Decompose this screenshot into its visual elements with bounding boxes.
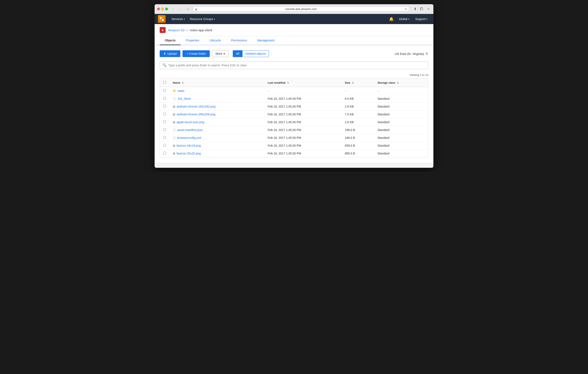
row-checkbox[interactable]: [163, 152, 166, 154]
aws-logo[interactable]: [158, 15, 166, 23]
aws-logo-icon: [159, 17, 164, 21]
region-info: US East (N. Virginia) ↻: [395, 52, 428, 56]
tab-properties[interactable]: Properties: [181, 36, 204, 45]
table-row: 🖼favicon-16x16.png Feb 16, 2017 1:45:26 …: [160, 142, 428, 150]
row-checkbox[interactable]: [163, 128, 166, 131]
breadcrumb: Amazon S3 > notes-app-client: [155, 24, 433, 36]
storage-class-column-header[interactable]: Storage class ⇅: [374, 78, 428, 87]
row-storage-class: Standard: [374, 150, 428, 157]
refresh-icon[interactable]: ↻: [405, 7, 407, 11]
row-last-modified: Feb 16, 2017 1:45:26 PM: [264, 103, 341, 110]
all-filter-button[interactable]: All: [233, 50, 242, 57]
svg-rect-1: [162, 17, 164, 19]
address-bar[interactable]: 🔒 console.aws.amazon.com ↻: [193, 7, 409, 11]
search-icon: 🔍: [162, 63, 167, 67]
row-last-modified: Feb 16, 2017 1:45:26 PM: [264, 126, 341, 134]
tab-switcher-button[interactable]: □: [185, 7, 191, 11]
global-nav-item[interactable]: Global ▾: [396, 14, 412, 24]
objects-table: Name ⇅ Last modified ⇅ Size ⇅: [160, 78, 428, 157]
s3-breadcrumb-link[interactable]: Amazon S3: [168, 28, 185, 32]
storage-class-sort-icon: ⇅: [397, 82, 399, 84]
last-modified-column-header[interactable]: Last modified ⇅: [264, 78, 341, 87]
global-chevron-icon: ▾: [408, 18, 409, 20]
notifications-bell-icon[interactable]: 🔔: [387, 17, 395, 21]
tab-management[interactable]: Management: [252, 36, 280, 45]
row-checkbox[interactable]: [163, 89, 166, 92]
tab-permissions[interactable]: Permissions: [226, 36, 252, 45]
share-button[interactable]: ⬆: [413, 6, 417, 12]
maximize-button[interactable]: [165, 8, 168, 10]
forward-button[interactable]: ›: [177, 7, 183, 11]
upload-icon: ⬆: [163, 52, 166, 55]
toolbar: ⬆ Upload + Create folder More ▾ All Dele…: [160, 50, 428, 57]
svg-rect-3: [162, 19, 164, 21]
tab-objects[interactable]: Objects: [160, 36, 181, 45]
file-name-link[interactable]: android-chrome-192x192.png: [177, 105, 215, 108]
main-content: ⬆ Upload + Create folder More ▾ All Dele…: [155, 45, 433, 162]
row-name: 🖼favicon-32x32.png: [169, 150, 264, 157]
services-nav-item[interactable]: Services ▾: [169, 14, 187, 24]
row-checkbox[interactable]: [163, 105, 166, 107]
row-name: 📄.DS_Store: [169, 95, 264, 103]
row-name: 🖼android-chrome-192x192.png: [169, 103, 264, 110]
more-button[interactable]: More ▾: [212, 50, 229, 57]
row-checkbox[interactable]: [163, 144, 166, 147]
deleted-objects-filter-button[interactable]: Deleted objects: [242, 50, 269, 57]
support-chevron-icon: ▾: [426, 18, 428, 20]
aws-navigation: Services ▾ Resource Groups ▾ 🔔 Global ▾ …: [155, 14, 433, 24]
row-last-modified: Feb 16, 2017 1:45:26 PM: [264, 110, 341, 118]
row-size: 2.6 KB: [342, 118, 374, 126]
size-column-header[interactable]: Size ⇅: [342, 78, 374, 87]
file-name-link[interactable]: favicon-16x16.png: [177, 144, 201, 147]
select-all-checkbox[interactable]: [163, 81, 166, 84]
image-file-icon: 🖼: [173, 105, 175, 108]
file-icon: 📄: [173, 129, 176, 132]
viewing-count: Viewing 1 to 14: [160, 73, 428, 76]
svg-rect-2: [160, 19, 162, 21]
svg-rect-5: [162, 30, 163, 31]
reading-list-button[interactable]: ⧠: [419, 6, 424, 12]
folder-icon: 📁: [173, 89, 176, 93]
row-checkbox[interactable]: [163, 120, 166, 123]
back-button[interactable]: ‹: [170, 7, 176, 11]
region-refresh-icon[interactable]: ↻: [426, 52, 428, 56]
row-storage-class: Standard: [374, 126, 428, 134]
browser-chrome: ‹ › □ 🔒 console.aws.amazon.com ↻ ⬆ ⧠ ＋: [155, 4, 433, 14]
row-last-modified: Feb 16, 2017 1:45:26 PM: [264, 95, 341, 103]
tab-lifecycle[interactable]: Lifecycle: [204, 36, 226, 45]
name-column-header[interactable]: Name ⇅: [169, 78, 264, 87]
file-name-link[interactable]: browserconfig.xml: [177, 136, 201, 139]
file-name-link[interactable]: favicon-32x32.png: [177, 152, 201, 155]
file-name-link[interactable]: static: [178, 89, 185, 93]
minimize-button[interactable]: [161, 8, 164, 10]
table-row: 🖼apple-touch-icon.png Feb 16, 2017 1:45:…: [160, 118, 428, 126]
row-last-modified: Feb 16, 2017 1:45:26 PM: [264, 134, 341, 142]
row-checkbox[interactable]: [163, 113, 166, 115]
filter-group: All Deleted objects: [233, 50, 269, 57]
upload-button[interactable]: ⬆ Upload: [160, 50, 180, 57]
lock-icon: 🔒: [195, 8, 198, 10]
row-storage-class: Standard: [374, 95, 428, 103]
file-name-link[interactable]: asset-manifest.json: [177, 128, 203, 132]
file-name-link[interactable]: .DS_Store: [177, 97, 191, 100]
row-last-modified: Feb 16, 2017 1:45:26 PM: [264, 118, 341, 126]
search-bar: 🔍: [160, 61, 428, 69]
row-size: 2.9 KB: [342, 103, 374, 110]
table-row: 🖼android-chrome-192x192.png Feb 16, 2017…: [160, 103, 428, 110]
support-nav-item[interactable]: Support ▾: [413, 14, 430, 24]
create-folder-button[interactable]: + Create folder: [182, 50, 210, 57]
image-file-icon: 🖼: [173, 113, 175, 116]
table-row: 🖼favicon-32x32.png Feb 16, 2017 1:45:26 …: [160, 150, 428, 157]
new-tab-button[interactable]: ＋: [426, 6, 431, 12]
region-label: US East (N. Virginia): [395, 52, 424, 55]
row-checkbox[interactable]: [163, 136, 166, 139]
resource-groups-nav-item[interactable]: Resource Groups ▾: [187, 14, 218, 24]
last-modified-sort-icon: ⇅: [287, 82, 289, 84]
image-file-icon: 🖼: [173, 121, 175, 124]
file-name-link[interactable]: android-chrome-256x256.png: [177, 113, 215, 116]
row-checkbox[interactable]: [163, 97, 166, 100]
close-button[interactable]: [157, 8, 160, 10]
row-storage-class: Standard: [374, 134, 428, 142]
file-name-link[interactable]: apple-touch-icon.png: [177, 120, 204, 124]
search-input[interactable]: [168, 64, 426, 67]
